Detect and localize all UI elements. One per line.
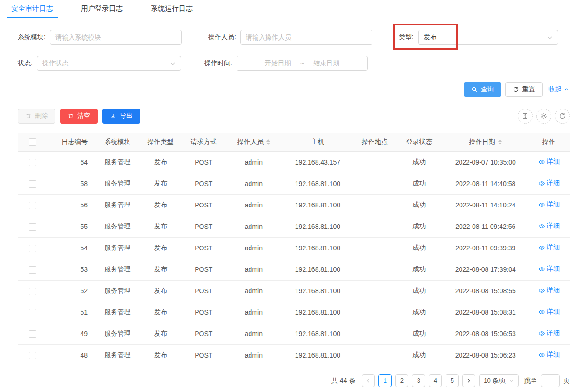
tab-system-run-log[interactable]: 系统运行日志 xyxy=(146,0,197,18)
page-button[interactable]: 2 xyxy=(395,374,408,387)
table-row: 54 服务管理 发布 POST admin 192.168.81.100 成功 … xyxy=(18,237,570,259)
jump-page-input[interactable] xyxy=(541,374,560,387)
detail-link-label: 详细 xyxy=(547,286,560,295)
prev-page-button[interactable] xyxy=(362,374,375,387)
export-button[interactable]: 导出 xyxy=(102,109,140,124)
table-toolbar: 删除 清空 导出 xyxy=(0,109,588,124)
filter-actions: 查询 重置 收起 xyxy=(0,82,588,97)
time-label: 操作时间: xyxy=(204,59,232,68)
row-checkbox[interactable] xyxy=(29,266,36,274)
cell-date: 2022-08-08 17:39:04 xyxy=(444,259,527,280)
column-height-icon xyxy=(521,112,529,120)
page-button[interactable]: 3 xyxy=(412,374,425,387)
toolbar-icons xyxy=(518,109,570,124)
eye-icon xyxy=(538,287,545,294)
filter-status: 状态: 操作状态 xyxy=(18,56,181,71)
clear-button[interactable]: 清空 xyxy=(60,109,98,124)
page-button[interactable]: 5 xyxy=(446,374,459,387)
cell-operator: admin xyxy=(227,323,280,344)
next-page-button[interactable] xyxy=(462,374,475,387)
row-checkbox[interactable] xyxy=(29,180,36,188)
operator-label: 操作人员: xyxy=(208,33,236,41)
column-header-date[interactable]: 操作日期 xyxy=(469,138,502,146)
detail-link[interactable]: 详细 xyxy=(538,222,560,230)
cell-method: POST xyxy=(180,151,227,173)
column-header-log-id: 日志编号 xyxy=(61,138,88,145)
refresh-button[interactable] xyxy=(555,109,570,124)
cell-host: 192.168.81.100 xyxy=(280,216,355,237)
row-checkbox[interactable] xyxy=(29,159,36,166)
page-jump: 跳至 页 xyxy=(524,374,570,387)
detail-link[interactable]: 详细 xyxy=(538,351,560,359)
table-row: 58 服务管理 发布 POST admin 192.168.81.100 成功 … xyxy=(18,173,570,194)
detail-link[interactable]: 详细 xyxy=(538,286,560,295)
type-select[interactable]: 发布 xyxy=(418,30,558,45)
cell-op-type: 发布 xyxy=(141,259,180,280)
column-header-login-status: 登录状态 xyxy=(406,138,432,145)
system-module-label: 系统模块: xyxy=(18,33,46,41)
row-checkbox[interactable] xyxy=(29,330,36,338)
caret-up-down-icon[interactable] xyxy=(498,139,502,145)
column-header-op-type: 操作类型 xyxy=(148,138,174,145)
eye-icon xyxy=(538,330,545,337)
detail-link[interactable]: 详细 xyxy=(538,158,560,166)
detail-link[interactable]: 详细 xyxy=(538,200,560,209)
tab-security-audit-log[interactable]: 安全审计日志 xyxy=(7,0,58,18)
page-button[interactable]: 4 xyxy=(429,374,442,387)
page-size-select[interactable]: 10 条/页 xyxy=(479,374,519,387)
detail-link[interactable]: 详细 xyxy=(538,179,560,187)
caret-up-down-icon[interactable] xyxy=(266,139,270,145)
reset-button[interactable]: 重置 xyxy=(505,82,543,97)
cell-log-id: 51 xyxy=(47,302,94,323)
end-date-placeholder: 结束日期 xyxy=(313,59,339,68)
reload-icon xyxy=(559,112,566,120)
page-size-value: 10 条/页 xyxy=(484,377,506,385)
row-checkbox[interactable] xyxy=(29,288,36,295)
cell-host: 192.168.81.100 xyxy=(280,344,355,366)
settings-button[interactable] xyxy=(536,109,551,124)
cell-date: 2022-08-11 14:10:24 xyxy=(444,194,527,216)
cell-location xyxy=(355,280,395,302)
row-checkbox[interactable] xyxy=(29,223,36,231)
cell-location xyxy=(355,302,395,323)
cell-op-type: 发布 xyxy=(141,302,180,323)
type-label: 类型: xyxy=(399,33,414,41)
range-separator: ~ xyxy=(300,60,304,67)
detail-link-label: 详细 xyxy=(547,222,560,230)
cell-op-type: 发布 xyxy=(141,194,180,216)
column-header-operator[interactable]: 操作人员 xyxy=(237,138,270,146)
row-checkbox[interactable] xyxy=(29,352,36,359)
tab-user-login-log[interactable]: 用户登录日志 xyxy=(76,0,128,18)
row-checkbox[interactable] xyxy=(29,309,36,316)
detail-link[interactable]: 详细 xyxy=(538,308,560,316)
row-checkbox[interactable] xyxy=(29,202,36,209)
row-checkbox[interactable] xyxy=(29,245,36,252)
cell-login-status: 成功 xyxy=(395,259,444,280)
date-range-input[interactable]: 开始日期 ~ 结束日期 xyxy=(237,56,368,71)
status-select[interactable]: 操作状态 xyxy=(37,56,181,71)
cell-login-status: 成功 xyxy=(395,344,444,366)
page-button[interactable]: 1 xyxy=(378,374,392,387)
collapse-link[interactable]: 收起 xyxy=(548,85,570,94)
delete-button[interactable]: 删除 xyxy=(18,109,55,124)
cell-host: 192.168.81.100 xyxy=(280,194,355,216)
total-count: 共 44 条 xyxy=(331,377,355,385)
cell-host: 192.168.43.157 xyxy=(280,151,355,173)
system-module-input[interactable] xyxy=(50,30,182,45)
select-all-checkbox[interactable] xyxy=(29,138,36,146)
detail-link-label: 详细 xyxy=(547,308,560,316)
cell-method: POST xyxy=(180,302,227,323)
detail-link-label: 详细 xyxy=(547,243,560,252)
operator-input[interactable] xyxy=(240,30,372,45)
gear-icon xyxy=(540,112,547,120)
cell-op-type: 发布 xyxy=(141,237,180,259)
query-button[interactable]: 查询 xyxy=(464,82,501,97)
cell-host: 192.168.81.100 xyxy=(280,280,355,302)
detail-link[interactable]: 详细 xyxy=(538,265,560,273)
density-button[interactable] xyxy=(518,109,533,124)
detail-link[interactable]: 详细 xyxy=(538,243,560,252)
cell-location xyxy=(355,151,395,173)
detail-link[interactable]: 详细 xyxy=(538,329,560,337)
cell-op-type: 发布 xyxy=(141,344,180,366)
cell-module: 服务管理 xyxy=(94,173,141,194)
